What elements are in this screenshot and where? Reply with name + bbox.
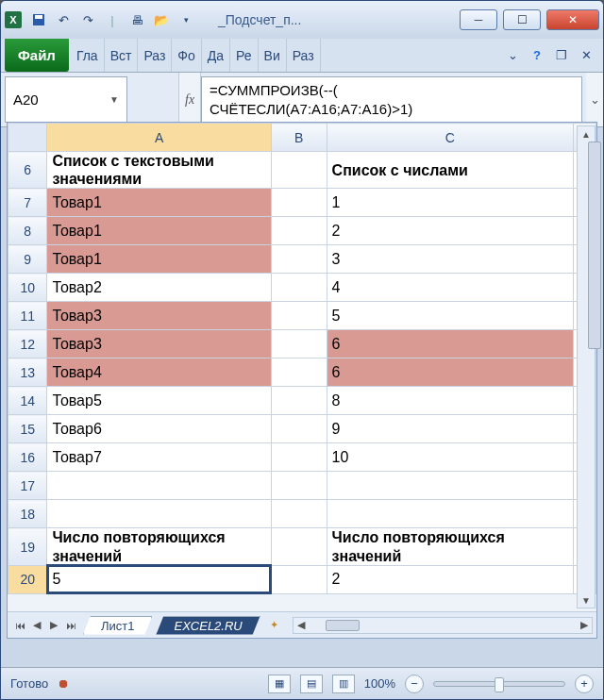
fx-button[interactable]: fx [178, 73, 201, 126]
tab-home[interactable]: Гла [71, 39, 105, 72]
vscroll-down-icon[interactable]: ▼ [578, 592, 595, 608]
row-header[interactable]: 19 [8, 528, 47, 565]
tab-dev[interactable]: Раз [287, 39, 321, 72]
cell[interactable] [271, 217, 327, 245]
row-header[interactable]: 17 [8, 472, 47, 500]
cell[interactable]: 5 [47, 565, 271, 593]
view-page-layout-icon[interactable]: ▤ [300, 675, 323, 693]
cell[interactable] [47, 472, 271, 500]
maximize-button[interactable]: ☐ [503, 9, 541, 30]
cell[interactable] [271, 302, 327, 330]
vscroll-up-icon[interactable]: ▲ [578, 126, 595, 142]
hscroll-right-icon[interactable]: ▶ [577, 619, 592, 631]
cell[interactable]: Список с числами [327, 152, 573, 189]
cell[interactable] [327, 472, 573, 500]
cell[interactable] [271, 245, 327, 274]
select-all-corner[interactable] [8, 124, 47, 152]
tab-data[interactable]: Да [202, 39, 230, 72]
macro-record-icon[interactable]: ⏺ [58, 676, 70, 691]
sheet-nav-first-icon[interactable]: ⏮ [11, 617, 28, 634]
cell[interactable] [271, 387, 327, 415]
insert-sheet-icon[interactable]: ✦ [266, 617, 283, 634]
cell[interactable]: Товар1 [47, 245, 271, 274]
horizontal-scrollbar[interactable]: ◀ ▶ [293, 617, 593, 634]
vertical-scrollbar[interactable]: ▲ ▼ [577, 125, 596, 608]
cell[interactable]: 6 [327, 330, 573, 358]
cell[interactable] [271, 152, 327, 189]
row-header[interactable]: 12 [8, 330, 47, 358]
cell[interactable] [271, 274, 327, 302]
cell[interactable]: Товар3 [47, 302, 271, 330]
cell[interactable] [271, 415, 327, 443]
sheet-nav-last-icon[interactable]: ⏭ [62, 617, 79, 634]
row-header[interactable]: 8 [8, 217, 47, 245]
cell[interactable] [271, 189, 327, 217]
zoom-out-button[interactable]: − [405, 675, 424, 693]
cell[interactable] [271, 472, 327, 500]
ribbon-minimize-icon[interactable]: ⌄ [503, 46, 522, 65]
col-header-B[interactable]: B [271, 124, 327, 152]
row-header[interactable]: 9 [8, 245, 47, 274]
cell[interactable]: Число повторяющихся значений [47, 528, 271, 565]
row-header[interactable]: 20 [8, 565, 47, 593]
cell[interactable]: 2 [327, 217, 573, 245]
cell[interactable]: 9 [327, 415, 573, 443]
minimize-button[interactable]: ─ [460, 9, 497, 30]
sheet-tab-2[interactable]: EXCEL2.RU [156, 616, 260, 635]
row-header[interactable]: 11 [8, 302, 47, 330]
view-normal-icon[interactable]: ▦ [268, 675, 291, 693]
cell[interactable]: Товар6 [47, 415, 271, 443]
formula-expand-icon[interactable]: ⌄ [586, 73, 603, 126]
cell[interactable]: Товар5 [47, 387, 271, 415]
cell[interactable]: 10 [327, 443, 573, 472]
print-preview-icon[interactable]: 🖶 [127, 10, 146, 29]
cell[interactable] [327, 500, 573, 528]
cell[interactable]: Товар1 [47, 217, 271, 245]
file-tab[interactable]: Файл [5, 39, 69, 72]
qat-dropdown-icon[interactable]: ▾ [176, 10, 195, 29]
cell[interactable] [271, 443, 327, 472]
row-header[interactable]: 7 [8, 189, 47, 217]
name-box-dropdown-icon[interactable]: ▼ [109, 94, 119, 105]
sheet-nav-next-icon[interactable]: ▶ [45, 617, 62, 634]
cell[interactable]: Товар2 [47, 274, 271, 302]
row-header[interactable]: 16 [8, 443, 47, 472]
cell[interactable]: 4 [327, 274, 573, 302]
vscroll-thumb[interactable] [588, 142, 601, 349]
open-icon[interactable]: 📂 [152, 10, 171, 29]
close-button[interactable]: ✕ [546, 9, 599, 30]
grid[interactable]: A B C 6Список с текстовыми значениямиСпи… [8, 123, 596, 611]
cell[interactable] [271, 565, 327, 593]
row-header[interactable]: 6 [8, 152, 47, 189]
cell[interactable]: Число повторяющихся значений [327, 528, 573, 565]
name-box[interactable]: A20 ▼ [5, 76, 127, 123]
cell[interactable] [271, 330, 327, 358]
cell[interactable]: Товар1 [47, 189, 271, 217]
tab-view[interactable]: Ви [259, 39, 287, 72]
cell[interactable]: 1 [327, 189, 573, 217]
row-header[interactable]: 18 [8, 500, 47, 528]
row-header[interactable]: 13 [8, 358, 47, 387]
cell[interactable]: Товар4 [47, 358, 271, 387]
undo-icon[interactable]: ↶ [54, 10, 73, 29]
cell[interactable]: Товар7 [47, 443, 271, 472]
cell[interactable] [271, 528, 327, 565]
row-header[interactable]: 15 [8, 415, 47, 443]
cell[interactable]: 3 [327, 245, 573, 274]
doc-close-icon[interactable]: ✕ [577, 46, 596, 65]
row-header[interactable]: 10 [8, 274, 47, 302]
view-page-break-icon[interactable]: ▥ [332, 675, 355, 693]
cell[interactable]: 5 [327, 302, 573, 330]
zoom-slider[interactable] [433, 681, 565, 687]
cell[interactable]: 8 [327, 387, 573, 415]
sheet-nav-prev-icon[interactable]: ◀ [28, 617, 45, 634]
zoom-in-button[interactable]: + [575, 675, 594, 693]
cell[interactable]: 2 [327, 565, 573, 593]
cell[interactable] [271, 500, 327, 528]
cell[interactable] [271, 358, 327, 387]
zoom-slider-knob[interactable] [495, 677, 504, 692]
col-header-C[interactable]: C [327, 124, 573, 152]
cell[interactable]: Товар3 [47, 330, 271, 358]
hscroll-thumb[interactable] [326, 620, 360, 631]
redo-icon[interactable]: ↷ [78, 10, 97, 29]
